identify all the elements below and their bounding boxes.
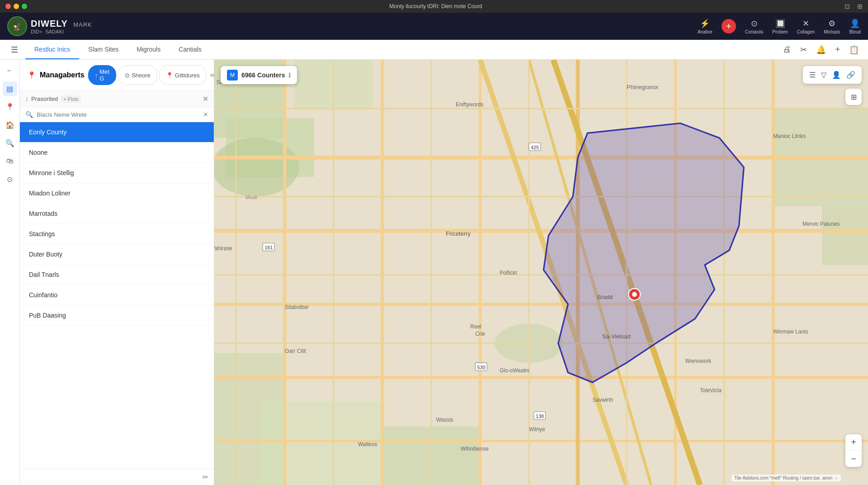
svg-text:Oarr Cilit: Oarr Cilit [285, 348, 307, 354]
svg-point-69 [632, 292, 637, 297]
clipboard-icon[interactable]: 📋 [847, 43, 861, 57]
cut-icon[interactable]: ✂ [798, 43, 809, 57]
add-action-button[interactable]: + [722, 19, 736, 33]
svg-text:Wattess: Wattess [358, 441, 377, 447]
svg-text:Wihnibense: Wihnibense [461, 446, 489, 452]
svg-point-4 [214, 138, 299, 197]
footer-edit-icon[interactable]: ✏ [203, 473, 208, 481]
search-input[interactable] [37, 111, 199, 118]
bloud-icon: 👤 [850, 19, 860, 29]
sort-icon: ↕ [25, 95, 28, 103]
svg-text:Crie: Crie [475, 331, 485, 337]
header-action-coniaciis[interactable]: ⊙ Coniaciis [745, 19, 764, 34]
logo-main: DIWELY MARK [31, 19, 92, 29]
list-item-9[interactable]: PuB Daasing [20, 305, 214, 326]
maximize-dot[interactable] [22, 4, 27, 9]
sidebar-icon-back[interactable]: ← [3, 63, 17, 78]
sidebar-icon-shop[interactable]: 🛍 [3, 154, 17, 168]
nav-tab-restluc[interactable]: Restluc Inics [25, 40, 79, 59]
close-dot[interactable] [5, 4, 11, 9]
svg-text:Glo-oWealm: Glo-oWealm [500, 367, 529, 374]
menu-button[interactable]: ☰ [7, 41, 22, 58]
search-clear-icon[interactable]: ✕ [203, 111, 208, 118]
logo-area: 🦅 DIWELY MARK DID+ SADAKI [7, 16, 107, 36]
svg-text:Silabotber: Silabotber [285, 304, 309, 310]
window-title: Monty ilucourty tDRI: Dien mote Courd [27, 3, 844, 10]
svg-text:Wassis: Wassis [436, 417, 453, 423]
icon-sidebar: ← ▤ 📍 🏠 🔍 🛍 ⊙ [0, 60, 20, 485]
list-item-6[interactable]: Duter Buoty [20, 244, 214, 265]
list-item-7[interactable]: Dail Tnarls [20, 265, 214, 285]
sidebar-icon-layers[interactable]: ▤ [3, 81, 17, 96]
header-action-miclopis[interactable]: ⚙ Miclopis [824, 19, 840, 34]
svg-text:Vahirase: Vahirase [214, 245, 232, 252]
miclopis-icon: ⚙ [828, 19, 835, 29]
minimize-dot[interactable] [14, 4, 19, 9]
panel-tab-metg[interactable]: ↑ Met G [88, 65, 116, 85]
svg-text:Phinegranor: Phinegranor [627, 84, 659, 90]
location-list: Eonly County Noone Minrone i Stellig Mia… [20, 122, 214, 469]
map-area[interactable]: Silancin Phinegranor Eniftywords Manioc … [214, 60, 868, 485]
filter-badge[interactable]: + Flots [61, 95, 81, 103]
app: 🦅 DIWELY MARK DID+ SADAKI ⚡ Analive + ⊙ [0, 13, 868, 485]
logo-icon: 🦅 [7, 16, 27, 36]
plus-icon[interactable]: + [833, 43, 842, 56]
header-actions: ⚡ Analive + ⊙ Coniaciis 🔲 Probien ✕ Coll… [698, 19, 861, 34]
sidebar-icon-circle[interactable]: ⊙ [3, 172, 17, 186]
zoom-out-button[interactable]: − [845, 451, 862, 467]
svg-text:Muali: Muali [245, 195, 257, 200]
map-attribution: Tile Aiddons.com *mell* Routing / open.t… [731, 475, 841, 481]
svg-text:161: 161 [264, 245, 273, 250]
nav-tab-cantials[interactable]: Cantials [170, 40, 211, 59]
zoom-controls: + − [845, 434, 862, 467]
search-input-row: 🔍 ✕ [20, 107, 214, 122]
bubble-info-icon[interactable]: ℹ [288, 71, 291, 79]
window-controls[interactable] [5, 4, 27, 9]
map-layers-button[interactable]: ⊞ [845, 89, 862, 105]
navbar-icons: 🖨 ✂ 🔔 + 📋 [781, 43, 861, 57]
filter-left: ↕ Prasorited + Flots [25, 95, 199, 103]
map-tool-user-icon[interactable]: 👤 [830, 69, 843, 81]
svg-text:Poflickt: Poflickt [500, 270, 517, 276]
panel-tab-sheore[interactable]: ⊙ Sheore [118, 65, 157, 85]
list-item-2[interactable]: Minrone i Stellig [20, 163, 214, 183]
header-action-probien[interactable]: 🔲 Probien [772, 19, 788, 34]
list-item-0[interactable]: Eonly County [20, 122, 214, 143]
sidebar-icon-search[interactable]: 🔍 [3, 136, 17, 150]
list-item-5[interactable]: Stactings [20, 224, 214, 244]
list-item-4[interactable]: Marrotads [20, 204, 214, 224]
panel-tabs: ↑ Met G ⊙ Sheore 📍 Giltidures [88, 65, 207, 85]
header-action-analive[interactable]: ⚡ Analive [698, 19, 712, 34]
coniaciis-icon: ⊙ [751, 19, 758, 29]
svg-text:Wwnswork: Wwnswork [685, 358, 711, 364]
logo-text: DIWELY MARK DID+ SADAKI [31, 19, 92, 34]
svg-text:Winmaw Laois: Winmaw Laois [773, 328, 808, 335]
zoom-in-button[interactable]: + [845, 434, 862, 451]
svg-text:530: 530 [477, 365, 485, 370]
nav-tab-migrouls[interactable]: Migrouls [127, 40, 170, 59]
list-item-3[interactable]: Miadon Loliner [20, 183, 214, 204]
titlebar-right-icons: ⊡ ⊞ [844, 3, 863, 10]
collagen-icon: ✕ [802, 19, 809, 29]
map-svg: Silancin Phinegranor Eniftywords Manioc … [214, 60, 868, 485]
header-action-bloud[interactable]: 👤 Bloud [849, 19, 861, 34]
print-icon[interactable]: 🖨 [781, 43, 793, 56]
nav-tab-slam[interactable]: Slam Sites [79, 40, 127, 59]
svg-text:Manioc Llinks: Manioc Llinks [773, 133, 806, 139]
panel-tab-giltidures[interactable]: 📍 Giltidures [159, 65, 207, 85]
list-item-8[interactable]: Cuinfantio [20, 285, 214, 305]
sidebar-icon-pin[interactable]: 📍 [3, 100, 17, 114]
list-item-1[interactable]: Noone [20, 143, 214, 163]
map-bubble: M 6966 Counters ℹ [221, 66, 297, 84]
bell-icon[interactable]: 🔔 [814, 43, 828, 57]
search-magnify-icon: 🔍 [25, 111, 33, 118]
svg-text:Eniftywords: Eniftywords [456, 101, 483, 108]
analive-icon: ⚡ [700, 19, 710, 29]
filter-close-icon[interactable]: ✕ [203, 95, 208, 103]
map-tool-link-icon[interactable]: 🔗 [844, 69, 857, 81]
map-tool-filter-icon[interactable]: ▽ [819, 69, 828, 81]
sidebar-icon-home[interactable]: 🏠 [3, 118, 17, 132]
app-header: 🦅 DIWELY MARK DID+ SADAKI ⚡ Analive + ⊙ [0, 13, 868, 40]
map-tool-list-icon[interactable]: ☰ [807, 69, 817, 81]
header-action-collagen[interactable]: ✕ Collagen [797, 19, 815, 34]
